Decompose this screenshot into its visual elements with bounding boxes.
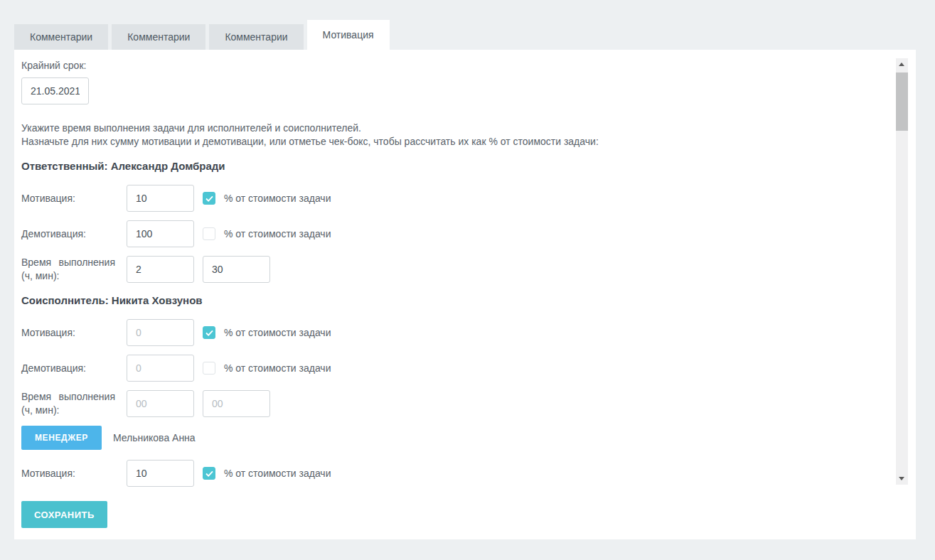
instructions: Укажите время выполнения задачи для испо… [21, 122, 880, 149]
percent-of-task-cost-label: % от стоимости задачи [224, 228, 331, 239]
check-icon [205, 470, 213, 477]
coexecutor-demotivation-percent-checkbox[interactable] [203, 362, 215, 375]
manager-badge[interactable]: МЕНЕДЖЕР [21, 426, 102, 450]
coexecutor-motivation-row: Мотивация: % от стоимости задачи [21, 319, 880, 346]
percent-of-task-cost-label: % от стоимости задачи [224, 193, 331, 204]
deadline-input[interactable] [21, 77, 89, 104]
instructions-line-1: Укажите время выполнения задачи для испо… [21, 122, 880, 135]
tab-bar: Комментарии Комментарии Комментарии Моти… [0, 20, 935, 50]
motivation-label: Мотивация: [21, 467, 115, 480]
arrow-up-icon [899, 63, 904, 66]
coexecutor-motivation-percent-checkbox[interactable] [203, 326, 215, 339]
tab-comments-2[interactable]: Комментарии [112, 24, 205, 50]
manager-name: Мельникова Анна [113, 432, 196, 443]
percent-of-task-cost-label: % от стоимости задачи [224, 362, 331, 374]
responsible-demotivation-row: Демотивация: % от стоимости задачи [21, 220, 880, 247]
percent-of-task-cost-label: % от стоимости задачи [224, 327, 331, 338]
scroll-down-button[interactable] [896, 473, 908, 485]
panel-content: Крайний срок: Укажите время выполнения з… [21, 60, 880, 528]
motivation-label: Мотивация: [21, 192, 115, 205]
check-icon [205, 195, 213, 202]
check-icon [205, 330, 213, 336]
save-button[interactable]: СОХРАНИТЬ [21, 501, 107, 528]
responsible-time-row: Время выполнения (ч, мин): [21, 256, 880, 283]
coexecutor-time-row: Время выполнения (ч, мин): [21, 390, 880, 417]
execution-time-label: Время выполнения (ч, мин): [21, 256, 115, 283]
coexecutor-motivation-input[interactable] [127, 319, 194, 346]
responsible-motivation-input[interactable] [127, 185, 194, 212]
manager-row: МЕНЕДЖЕР Мельникова Анна [21, 426, 880, 450]
responsible-demotivation-input[interactable] [127, 220, 194, 247]
responsible-demotivation-percent-checkbox[interactable] [203, 227, 215, 240]
coexecutor-time-minutes-input[interactable] [203, 390, 270, 417]
manager-motivation-percent-checkbox[interactable] [203, 467, 215, 480]
coexecutor-heading: Соисполнитель: Никита Ховзунов [21, 294, 880, 306]
percent-of-task-cost-label: % от стоимости задачи [224, 468, 331, 479]
tab-motivation[interactable]: Мотивация [307, 20, 390, 50]
manager-motivation-row: Мотивация: % от стоимости задачи [21, 460, 880, 487]
tab-comments-3[interactable]: Комментарии [209, 24, 303, 50]
coexecutor-time-hours-input[interactable] [127, 390, 194, 417]
tab-comments-1[interactable]: Комментарии [14, 24, 108, 50]
responsible-time-hours-input[interactable] [127, 256, 194, 283]
manager-motivation-input[interactable] [127, 460, 194, 487]
scroll-up-button[interactable] [896, 58, 908, 70]
arrow-down-icon [899, 477, 904, 480]
deadline-label: Крайний срок: [21, 60, 880, 71]
instructions-line-2: Назначьте для них сумму мотивации и демо… [21, 135, 880, 149]
responsible-motivation-percent-checkbox[interactable] [203, 192, 215, 205]
execution-time-label: Время выполнения (ч, мин): [21, 390, 115, 417]
coexecutor-demotivation-input[interactable] [127, 355, 194, 382]
motivation-label: Мотивация: [21, 326, 115, 340]
motivation-panel: Крайний срок: Укажите время выполнения з… [14, 50, 916, 539]
responsible-time-minutes-input[interactable] [203, 256, 270, 283]
responsible-heading: Ответственный: Александр Домбради [21, 160, 880, 172]
demotivation-label: Демотивация: [21, 362, 115, 375]
vertical-scrollbar[interactable] [896, 58, 908, 485]
demotivation-label: Демотивация: [21, 227, 115, 241]
coexecutor-demotivation-row: Демотивация: % от стоимости задачи [21, 355, 880, 382]
scrollbar-thumb[interactable] [896, 72, 908, 131]
responsible-motivation-row: Мотивация: % от стоимости задачи [21, 185, 880, 212]
